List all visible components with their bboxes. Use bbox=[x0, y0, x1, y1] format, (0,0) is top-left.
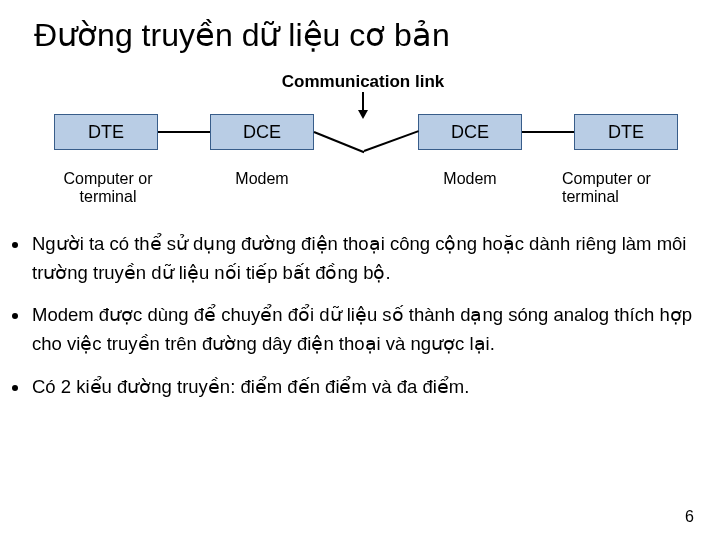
label-text: terminal bbox=[562, 188, 619, 205]
arrow-head-icon bbox=[358, 110, 368, 119]
list-item: Có 2 kiểu đường truyền: điểm đến điểm và… bbox=[30, 373, 702, 402]
box-dce-left: DCE bbox=[210, 114, 314, 150]
slide: Đường truyền dữ liệu cơ bản Communicatio… bbox=[0, 0, 720, 540]
page-number: 6 bbox=[685, 508, 694, 526]
label-text: terminal bbox=[80, 188, 137, 205]
link-dte-dce-left bbox=[158, 131, 210, 133]
label-modem-left: Modem bbox=[206, 170, 318, 188]
box-dte-left: DTE bbox=[54, 114, 158, 150]
link-vee-left bbox=[314, 131, 365, 153]
diagram: DTE DCE DCE DTE bbox=[38, 100, 678, 164]
label-text: Computer or bbox=[562, 170, 651, 187]
label-computer-right: Computer or terminal bbox=[554, 170, 694, 207]
box-dce-right: DCE bbox=[418, 114, 522, 150]
label-modem-right: Modem bbox=[414, 170, 526, 188]
label-text: Computer or bbox=[64, 170, 153, 187]
page-title: Đường truyền dữ liệu cơ bản bbox=[34, 16, 702, 54]
list-item: Modem được dùng để chuyển đổi dữ liệu số… bbox=[30, 301, 702, 358]
bullet-list: Người ta có thể sử dụng đường điện thoại… bbox=[44, 230, 702, 401]
link-dce-dte-right bbox=[522, 131, 574, 133]
box-dte-right: DTE bbox=[574, 114, 678, 150]
list-item: Người ta có thể sử dụng đường điện thoại… bbox=[30, 230, 702, 287]
comm-link-label: Communication link bbox=[24, 72, 702, 92]
label-computer-left: Computer or terminal bbox=[38, 170, 178, 207]
link-vee-right bbox=[364, 130, 419, 152]
